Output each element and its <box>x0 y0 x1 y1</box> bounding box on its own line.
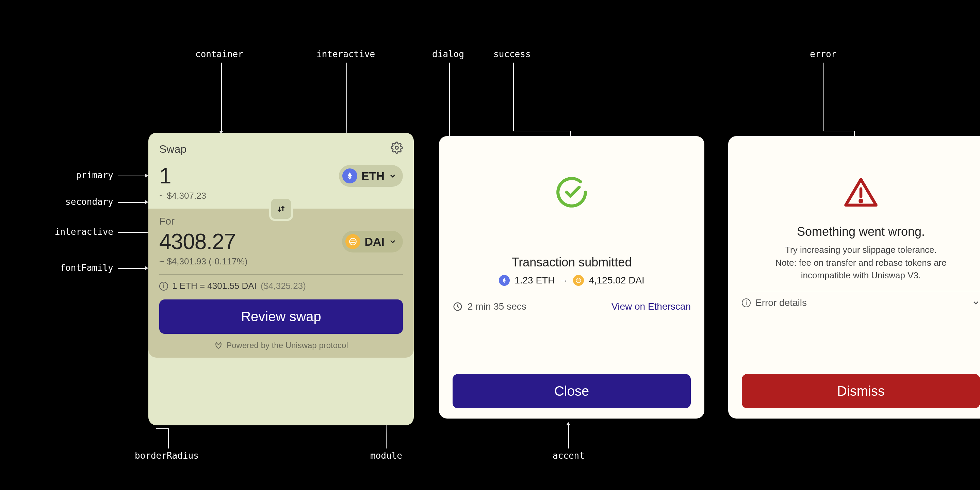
gear-icon <box>391 142 403 154</box>
error-icon <box>842 173 880 211</box>
eth-icon <box>342 169 357 183</box>
annotation-accent: accent <box>553 450 585 461</box>
success-dialog: Transaction submitted 1.23 ETH → 4,125.0… <box>439 136 705 418</box>
settings-button[interactable] <box>391 142 403 156</box>
divider <box>742 291 980 291</box>
to-amount: 4,125.02 DAI <box>589 275 644 286</box>
error-dialog: Something went wrong. Try increasing you… <box>728 136 980 418</box>
annotation-container: container <box>195 49 243 59</box>
annotation-fontFamily: fontFamily <box>35 263 113 273</box>
input-token-selector[interactable]: ETH <box>339 165 403 187</box>
close-button[interactable]: Close <box>453 374 691 408</box>
output-token-label: DAI <box>364 235 385 248</box>
annotation-interactive2: interactive <box>35 227 113 237</box>
info-icon: i <box>742 298 751 307</box>
tx-meta-row: 2 min 35 secs View on Etherscan <box>453 301 691 312</box>
svg-point-4 <box>576 278 581 283</box>
swap-direction-button[interactable] <box>269 197 293 221</box>
rate-usd: ($4,325.23) <box>261 281 306 291</box>
error-details-toggle[interactable]: i Error details <box>742 298 980 308</box>
success-title: Transaction submitted <box>512 255 632 269</box>
svg-point-0 <box>395 146 398 150</box>
chevron-down-icon <box>388 237 397 246</box>
input-token-label: ETH <box>361 169 385 183</box>
annotation-primary: primary <box>35 170 113 180</box>
output-usd-value: ~ $4,301.93 (-0.117%) <box>159 256 403 267</box>
svg-point-1 <box>350 238 356 245</box>
error-body: Try increasing your slippage tolerance. … <box>775 243 947 282</box>
annotation-error: error <box>810 49 837 59</box>
dai-icon <box>573 275 584 286</box>
swap-container: Swap 1 ETH ~ $4,307.23 <box>148 133 414 425</box>
swap-arrows-icon <box>275 204 286 215</box>
info-icon[interactable]: i <box>159 282 168 291</box>
output-token-selector[interactable]: DAI <box>342 231 403 253</box>
chevron-down-icon <box>972 299 980 307</box>
rate-row: i 1 ETH = 4301.55 DAI ($4,325.23) <box>159 281 403 291</box>
etherscan-link[interactable]: View on Etherscan <box>611 301 691 312</box>
transaction-summary: 1.23 ETH → 4,125.02 DAI <box>499 275 644 286</box>
review-swap-button[interactable]: Review swap <box>159 299 403 334</box>
powered-text: Powered by the Uniswap protocol <box>226 340 348 350</box>
output-amount: 4308.27 <box>159 229 235 254</box>
annotation-interactive: interactive <box>317 49 375 59</box>
powered-by: Powered by the Uniswap protocol <box>159 340 403 350</box>
error-title: Something went wrong. <box>797 224 925 239</box>
chevron-down-icon <box>388 172 397 180</box>
tx-time: 2 min 35 secs <box>468 301 527 312</box>
success-icon <box>553 173 590 211</box>
clock-icon <box>453 301 463 312</box>
swap-header: Swap <box>148 133 414 160</box>
swap-title: Swap <box>159 143 186 156</box>
annotation-module: module <box>370 450 402 461</box>
annotation-success: success <box>493 49 531 59</box>
annotation-borderRadius: borderRadius <box>135 450 199 461</box>
dismiss-button[interactable]: Dismiss <box>742 374 980 408</box>
annotation-dialog: dialog <box>432 49 464 59</box>
error-details-label: Error details <box>756 298 807 308</box>
from-amount: 1.23 ETH <box>514 275 555 286</box>
annotation-secondary: secondary <box>35 197 113 207</box>
arrow-right-icon: → <box>559 275 568 286</box>
svg-point-9 <box>860 200 862 202</box>
divider <box>159 274 403 275</box>
rate-text: 1 ETH = 4301.55 DAI <box>172 281 256 291</box>
dai-icon <box>345 234 360 249</box>
input-amount[interactable]: 1 <box>159 163 171 189</box>
uniswap-icon <box>214 341 223 350</box>
eth-icon <box>499 275 510 286</box>
swap-output-section: For 4308.27 DAI ~ $4,301.93 (-0.117%) i … <box>148 208 414 358</box>
